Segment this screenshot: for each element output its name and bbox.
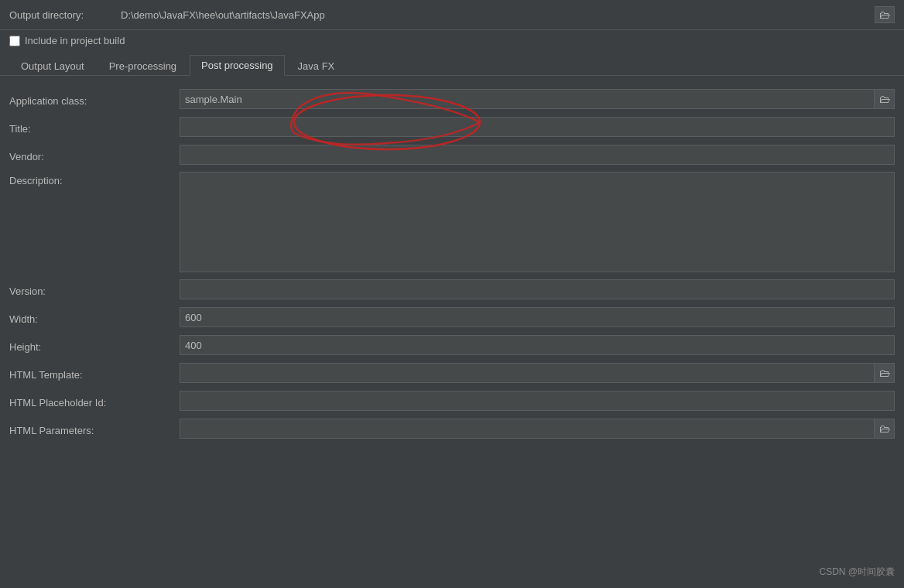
description-row: Description: — [9, 172, 895, 272]
description-textarea[interactable] — [180, 172, 895, 272]
width-row: Width: — [9, 306, 895, 328]
html-parameters-row: HTML Parameters: 🗁 — [9, 418, 895, 439]
output-dir-browse-button[interactable]: 🗁 — [875, 6, 895, 23]
html-parameters-input[interactable] — [180, 419, 875, 439]
application-class-label: Application class: — [9, 92, 180, 107]
version-input[interactable] — [180, 279, 895, 299]
html-parameters-label: HTML Parameters: — [9, 422, 180, 436]
output-dir-label: Output directory: — [9, 9, 118, 21]
html-parameters-browse-button[interactable]: 🗁 — [875, 419, 895, 439]
browse-folder-icon: 🗁 — [879, 93, 890, 105]
include-in-project-row: Include in project build — [0, 30, 904, 51]
application-class-input[interactable] — [180, 89, 875, 109]
html-parameters-folder-icon: 🗁 — [879, 422, 890, 435]
title-label: Title: — [9, 120, 180, 135]
tab-java-fx[interactable]: Java FX — [286, 56, 347, 76]
application-class-row: Application class: 🗁 — [9, 88, 895, 110]
watermark: CSDN @时间胶囊 — [819, 566, 895, 579]
html-template-folder-icon: 🗁 — [879, 367, 890, 379]
tab-post-processing[interactable]: Post processing — [190, 55, 285, 76]
html-parameters-field-container: 🗁 — [180, 419, 895, 439]
vendor-label: Vendor: — [9, 148, 180, 162]
application-class-browse-button[interactable]: 🗁 — [875, 89, 895, 109]
folder-icon: 🗁 — [879, 9, 890, 21]
html-placeholder-id-input[interactable] — [180, 391, 895, 411]
html-placeholder-id-row: HTML Placeholder Id: — [9, 390, 895, 412]
application-class-field-container: 🗁 — [180, 89, 895, 109]
include-in-project-label: Include in project build — [25, 35, 125, 46]
output-dir-row: Output directory: D:\demo\JavaFX\hee\out… — [0, 0, 904, 30]
html-template-browse-button[interactable]: 🗁 — [875, 363, 895, 383]
html-template-label: HTML Template: — [9, 366, 180, 381]
title-row: Title: — [9, 116, 895, 138]
html-template-input[interactable] — [180, 363, 875, 383]
version-row: Version: — [9, 279, 895, 300]
output-dir-value: D:\demo\JavaFX\hee\out\artifacts\JavaFXA… — [118, 8, 875, 22]
title-input[interactable] — [180, 117, 895, 137]
width-input[interactable] — [180, 307, 895, 327]
tab-output-layout[interactable]: Output Layout — [9, 56, 96, 76]
version-label: Version: — [9, 282, 180, 297]
height-input[interactable] — [180, 335, 895, 355]
content-area: Application class: 🗁 Title: Vendor: Desc… — [0, 76, 904, 452]
width-label: Width: — [9, 310, 180, 325]
html-template-field-container: 🗁 — [180, 363, 895, 383]
tabs-row: Output Layout Pre-processing Post proces… — [0, 51, 904, 76]
main-container: Output directory: D:\demo\JavaFX\hee\out… — [0, 0, 904, 588]
html-template-row: HTML Template: 🗁 — [9, 362, 895, 384]
height-row: Height: — [9, 334, 895, 356]
vendor-row: Vendor: — [9, 144, 895, 166]
include-in-project-checkbox[interactable] — [9, 36, 20, 46]
tab-pre-processing[interactable]: Pre-processing — [98, 56, 188, 76]
html-placeholder-id-label: HTML Placeholder Id: — [9, 394, 180, 409]
vendor-input[interactable] — [180, 145, 895, 165]
description-label: Description: — [9, 172, 180, 186]
height-label: Height: — [9, 338, 180, 353]
